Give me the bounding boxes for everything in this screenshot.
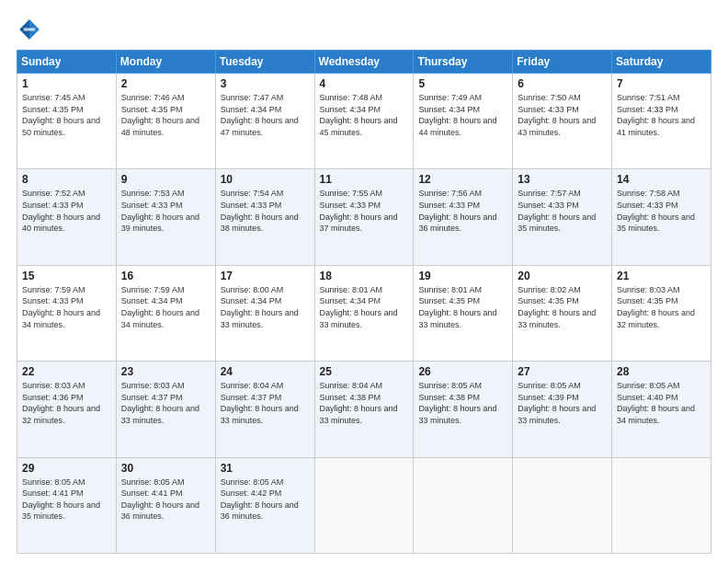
calendar-cell: 17Sunrise: 8:00 AMSunset: 4:34 PMDayligh… bbox=[215, 265, 314, 361]
calendar-cell: 13Sunrise: 7:57 AMSunset: 4:33 PMDayligh… bbox=[513, 169, 612, 265]
calendar-cell: 22Sunrise: 8:03 AMSunset: 4:36 PMDayligh… bbox=[17, 362, 117, 457]
day-number: 20 bbox=[518, 270, 607, 282]
day-number: 24 bbox=[221, 365, 310, 378]
calendar-cell bbox=[414, 457, 513, 553]
calendar-col-header: Thursday bbox=[414, 51, 513, 74]
day-info: Sunrise: 8:05 AMSunset: 4:39 PMDaylight:… bbox=[518, 381, 596, 425]
day-info: Sunrise: 8:03 AMSunset: 4:36 PMDaylight:… bbox=[22, 381, 100, 425]
day-number: 31 bbox=[221, 462, 310, 475]
logo-icon bbox=[17, 17, 42, 42]
day-info: Sunrise: 8:05 AMSunset: 4:38 PMDaylight:… bbox=[418, 381, 496, 425]
day-number: 21 bbox=[617, 270, 706, 282]
calendar-cell bbox=[513, 457, 612, 553]
day-number: 30 bbox=[121, 462, 210, 475]
calendar-col-header: Monday bbox=[116, 51, 215, 74]
day-info: Sunrise: 8:05 AMSunset: 4:41 PMDaylight:… bbox=[121, 477, 199, 522]
day-info: Sunrise: 8:05 AMSunset: 4:41 PMDaylight:… bbox=[22, 477, 100, 522]
calendar-cell: 6Sunrise: 7:50 AMSunset: 4:33 PMDaylight… bbox=[513, 74, 612, 169]
day-info: Sunrise: 7:59 AMSunset: 4:34 PMDaylight:… bbox=[121, 285, 199, 329]
calendar-week-row: 8Sunrise: 7:52 AMSunset: 4:33 PMDaylight… bbox=[17, 169, 711, 265]
calendar-cell: 29Sunrise: 8:05 AMSunset: 4:41 PMDayligh… bbox=[17, 457, 117, 553]
calendar-cell: 19Sunrise: 8:01 AMSunset: 4:35 PMDayligh… bbox=[414, 265, 513, 361]
svg-rect-2 bbox=[24, 28, 35, 30]
calendar-table: SundayMondayTuesdayWednesdayThursdayFrid… bbox=[17, 50, 711, 554]
calendar-week-row: 1Sunrise: 7:45 AMSunset: 4:35 PMDaylight… bbox=[17, 74, 711, 169]
page: SundayMondayTuesdayWednesdayThursdayFrid… bbox=[0, 0, 728, 563]
calendar-cell: 14Sunrise: 7:58 AMSunset: 4:33 PMDayligh… bbox=[612, 169, 711, 265]
day-number: 27 bbox=[518, 365, 607, 378]
day-number: 15 bbox=[22, 270, 111, 282]
logo bbox=[17, 17, 46, 42]
calendar-cell: 10Sunrise: 7:54 AMSunset: 4:33 PMDayligh… bbox=[215, 169, 314, 265]
calendar-col-header: Saturday bbox=[612, 51, 711, 74]
day-info: Sunrise: 7:50 AMSunset: 4:33 PMDaylight:… bbox=[518, 93, 596, 137]
day-number: 5 bbox=[418, 77, 507, 90]
day-info: Sunrise: 8:02 AMSunset: 4:35 PMDaylight:… bbox=[518, 285, 596, 329]
day-number: 18 bbox=[320, 270, 409, 282]
calendar-cell: 26Sunrise: 8:05 AMSunset: 4:38 PMDayligh… bbox=[414, 362, 513, 457]
day-number: 9 bbox=[121, 173, 210, 186]
calendar-week-row: 22Sunrise: 8:03 AMSunset: 4:36 PMDayligh… bbox=[17, 362, 711, 457]
day-number: 25 bbox=[320, 365, 409, 378]
day-info: Sunrise: 7:51 AMSunset: 4:33 PMDaylight:… bbox=[617, 93, 695, 137]
day-number: 8 bbox=[22, 173, 111, 186]
calendar-col-header: Friday bbox=[513, 51, 612, 74]
day-number: 11 bbox=[320, 173, 409, 186]
day-number: 2 bbox=[121, 77, 210, 90]
day-number: 19 bbox=[418, 270, 507, 282]
day-info: Sunrise: 7:48 AMSunset: 4:34 PMDaylight:… bbox=[320, 93, 398, 137]
calendar-cell: 11Sunrise: 7:55 AMSunset: 4:33 PMDayligh… bbox=[314, 169, 414, 265]
day-info: Sunrise: 7:47 AMSunset: 4:34 PMDaylight:… bbox=[221, 93, 299, 137]
calendar-week-row: 15Sunrise: 7:59 AMSunset: 4:33 PMDayligh… bbox=[17, 265, 711, 361]
day-info: Sunrise: 7:46 AMSunset: 4:35 PMDaylight:… bbox=[121, 93, 199, 137]
day-number: 13 bbox=[518, 173, 607, 186]
calendar-cell: 16Sunrise: 7:59 AMSunset: 4:34 PMDayligh… bbox=[116, 265, 215, 361]
calendar-cell: 20Sunrise: 8:02 AMSunset: 4:35 PMDayligh… bbox=[513, 265, 612, 361]
calendar-cell: 9Sunrise: 7:53 AMSunset: 4:33 PMDaylight… bbox=[116, 169, 215, 265]
calendar-cell: 4Sunrise: 7:48 AMSunset: 4:34 PMDaylight… bbox=[314, 74, 414, 169]
day-info: Sunrise: 8:03 AMSunset: 4:35 PMDaylight:… bbox=[617, 285, 695, 329]
calendar-col-header: Sunday bbox=[17, 51, 117, 74]
day-number: 3 bbox=[221, 77, 310, 90]
day-info: Sunrise: 8:05 AMSunset: 4:40 PMDaylight:… bbox=[617, 381, 695, 425]
calendar-cell: 1Sunrise: 7:45 AMSunset: 4:35 PMDaylight… bbox=[17, 74, 117, 169]
header bbox=[17, 17, 711, 42]
day-number: 29 bbox=[22, 462, 111, 475]
day-info: Sunrise: 7:53 AMSunset: 4:33 PMDaylight:… bbox=[121, 189, 199, 233]
calendar-col-header: Tuesday bbox=[215, 51, 314, 74]
day-info: Sunrise: 8:01 AMSunset: 4:35 PMDaylight:… bbox=[418, 285, 496, 329]
day-number: 28 bbox=[617, 365, 706, 378]
day-number: 23 bbox=[121, 365, 210, 378]
calendar-header-row: SundayMondayTuesdayWednesdayThursdayFrid… bbox=[17, 51, 711, 74]
calendar-cell: 30Sunrise: 8:05 AMSunset: 4:41 PMDayligh… bbox=[116, 457, 215, 553]
calendar-cell: 12Sunrise: 7:56 AMSunset: 4:33 PMDayligh… bbox=[414, 169, 513, 265]
calendar-week-row: 29Sunrise: 8:05 AMSunset: 4:41 PMDayligh… bbox=[17, 457, 711, 553]
day-info: Sunrise: 8:01 AMSunset: 4:34 PMDaylight:… bbox=[320, 285, 398, 329]
calendar-cell: 23Sunrise: 8:03 AMSunset: 4:37 PMDayligh… bbox=[116, 362, 215, 457]
day-number: 22 bbox=[22, 365, 111, 378]
calendar-col-header: Wednesday bbox=[314, 51, 414, 74]
calendar-cell: 7Sunrise: 7:51 AMSunset: 4:33 PMDaylight… bbox=[612, 74, 711, 169]
calendar-cell: 25Sunrise: 8:04 AMSunset: 4:38 PMDayligh… bbox=[314, 362, 414, 457]
calendar-cell: 21Sunrise: 8:03 AMSunset: 4:35 PMDayligh… bbox=[612, 265, 711, 361]
day-info: Sunrise: 8:00 AMSunset: 4:34 PMDaylight:… bbox=[221, 285, 299, 329]
calendar-cell bbox=[612, 457, 711, 553]
day-number: 12 bbox=[418, 173, 507, 186]
day-info: Sunrise: 7:49 AMSunset: 4:34 PMDaylight:… bbox=[418, 93, 496, 137]
calendar-cell: 18Sunrise: 8:01 AMSunset: 4:34 PMDayligh… bbox=[314, 265, 414, 361]
day-info: Sunrise: 7:56 AMSunset: 4:33 PMDaylight:… bbox=[418, 189, 496, 233]
day-number: 16 bbox=[121, 270, 210, 282]
day-info: Sunrise: 7:57 AMSunset: 4:33 PMDaylight:… bbox=[518, 189, 596, 233]
day-number: 6 bbox=[518, 77, 607, 90]
day-info: Sunrise: 7:45 AMSunset: 4:35 PMDaylight:… bbox=[22, 93, 100, 137]
day-number: 26 bbox=[418, 365, 507, 378]
day-info: Sunrise: 7:55 AMSunset: 4:33 PMDaylight:… bbox=[320, 189, 398, 233]
calendar-cell: 15Sunrise: 7:59 AMSunset: 4:33 PMDayligh… bbox=[17, 265, 117, 361]
day-number: 17 bbox=[221, 270, 310, 282]
calendar-cell: 24Sunrise: 8:04 AMSunset: 4:37 PMDayligh… bbox=[215, 362, 314, 457]
calendar-cell: 27Sunrise: 8:05 AMSunset: 4:39 PMDayligh… bbox=[513, 362, 612, 457]
calendar-cell: 28Sunrise: 8:05 AMSunset: 4:40 PMDayligh… bbox=[612, 362, 711, 457]
calendar-cell: 8Sunrise: 7:52 AMSunset: 4:33 PMDaylight… bbox=[17, 169, 117, 265]
day-info: Sunrise: 7:52 AMSunset: 4:33 PMDaylight:… bbox=[22, 189, 100, 233]
calendar-cell: 2Sunrise: 7:46 AMSunset: 4:35 PMDaylight… bbox=[116, 74, 215, 169]
